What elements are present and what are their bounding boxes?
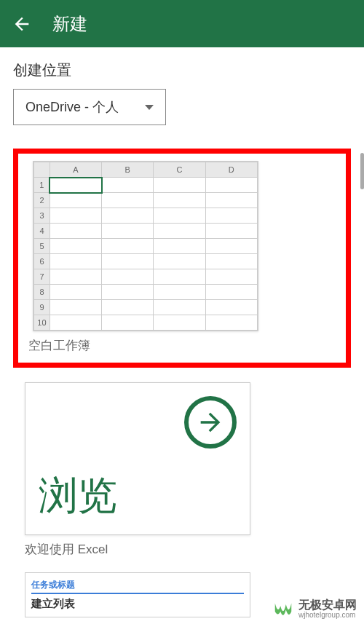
selected-cell [50,178,101,193]
row-header: 3 [34,208,50,224]
template-browse-section: 浏览 欢迎使用 Excel [13,382,351,558]
location-dropdown[interactable]: OneDrive - 个人 [13,89,166,125]
watermark-logo-icon [272,598,294,620]
arrow-right-circle-icon [184,396,237,449]
row-header: 5 [34,239,50,254]
scrollbar[interactable] [360,153,364,189]
row-header: 9 [34,300,50,315]
template-welcome-label: 欢迎使用 Excel [25,541,339,558]
grid-corner [34,162,50,178]
content-area: 创建位置 OneDrive - 个人 A B C D 1 2 3 4 5 6 7 [0,47,364,624]
back-icon[interactable] [12,14,32,34]
page-title: 新建 [52,12,87,36]
chevron-down-icon [145,105,154,110]
col-header: B [102,162,154,178]
template-blank-workbook[interactable]: A B C D 1 2 3 4 5 6 7 8 9 10 [33,161,258,331]
col-header: C [154,162,205,178]
watermark: 无极安卓网 wjhotelgroup.com [272,598,357,620]
browse-text: 浏览 [39,470,117,523]
dropdown-value: OneDrive - 个人 [25,98,119,116]
row-header: 2 [34,193,50,208]
row-header: 4 [34,224,50,239]
spreadsheet-grid: A B C D 1 2 3 4 5 6 7 8 9 10 [33,162,258,331]
row-header: 7 [34,269,50,285]
template-blank-highlight: A B C D 1 2 3 4 5 6 7 8 9 10 空白工作簿 [13,149,351,368]
row-header: 8 [34,285,50,300]
row-header: 10 [34,315,50,331]
app-header: 新建 [0,0,364,47]
watermark-en: wjhotelgroup.com [298,611,357,619]
watermark-cn: 无极安卓网 [298,599,357,612]
row-header: 1 [34,178,50,193]
template-welcome-excel[interactable]: 浏览 [25,382,250,535]
template-build-list[interactable]: 任务或标题 建立列表 [25,572,250,617]
location-label: 创建位置 [13,60,351,80]
list-task-title: 任务或标题 [31,579,244,593]
template-blank-label: 空白工作簿 [24,337,340,354]
row-header: 6 [34,254,50,269]
list-establish-label: 建立列表 [31,593,244,611]
col-header: D [205,162,257,178]
col-header: A [50,162,101,178]
